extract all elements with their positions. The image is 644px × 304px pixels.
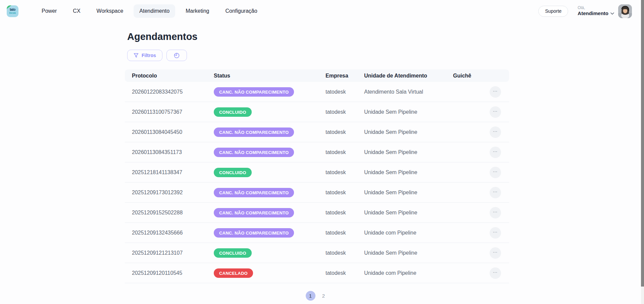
filters-button-label: Filtros bbox=[142, 53, 156, 58]
cell-protocolo: 20260122083342075 bbox=[132, 89, 214, 95]
row-actions-button[interactable]: ⋯ bbox=[490, 147, 501, 158]
cell-empresa: tatodesk bbox=[326, 190, 364, 196]
main-nav: Power CX Workspace Atendimento Marketing… bbox=[36, 4, 263, 18]
cell-unidade: Unidade Sem Pipeline bbox=[364, 149, 453, 155]
scrollbar-thumb[interactable] bbox=[641, 0, 644, 287]
col-header-unidade: Unidade de Atendimento bbox=[364, 73, 453, 79]
scrollbar-track[interactable] bbox=[641, 0, 644, 304]
cell-protocolo: 20260113100757367 bbox=[132, 109, 214, 115]
table-row[interactable]: 20260113084351173 CANC. NÃO COMPARECIMEN… bbox=[125, 142, 509, 162]
table-row[interactable]: 20251209121213107 CONCLUIDO tatodesk Uni… bbox=[125, 243, 509, 263]
topbar-right: Suporte Olá, Atendimento bbox=[538, 4, 632, 18]
status-badge: CANCELADO bbox=[214, 268, 253, 278]
row-actions-button[interactable]: ⋯ bbox=[490, 247, 501, 259]
table-row[interactable]: 20251209173012392 CANC. NÃO COMPARECIMEN… bbox=[125, 183, 509, 203]
status-badge: CANC. NÃO COMPARECIMENTO bbox=[214, 188, 294, 197]
cell-empresa: tatodesk bbox=[326, 129, 364, 135]
nav-item-cx[interactable]: CX bbox=[67, 4, 86, 18]
cell-empresa: tatodesk bbox=[326, 89, 364, 95]
logo-text-top: tato bbox=[10, 8, 15, 11]
cell-unidade: Unidade com Pipeline bbox=[364, 230, 453, 236]
topbar: tato Desk Power CX Workspace Atendimento… bbox=[0, 0, 644, 22]
filters-button[interactable]: Filtros bbox=[127, 50, 162, 61]
col-header-protocolo: Protocolo bbox=[132, 73, 214, 79]
row-actions-button[interactable]: ⋯ bbox=[490, 267, 501, 279]
pagination: 1 2 bbox=[125, 291, 509, 301]
cell-unidade: Unidade Sem Pipeline bbox=[364, 169, 453, 175]
cell-unidade: Unidade Sem Pipeline bbox=[364, 129, 453, 135]
nav-item-workspace[interactable]: Workspace bbox=[91, 4, 129, 18]
nav-item-atendimento[interactable]: Atendimento bbox=[134, 4, 175, 18]
status-badge: CANC. NÃO COMPARECIMENTO bbox=[214, 208, 294, 217]
cell-empresa: tatodesk bbox=[326, 109, 364, 115]
status-badge: CANC. NÃO COMPARECIMENTO bbox=[214, 228, 294, 238]
status-badge: CANC. NÃO COMPARECIMENTO bbox=[214, 87, 294, 97]
cell-unidade: Atendimento Sala Virtual bbox=[364, 89, 453, 95]
nav-item-power[interactable]: Power bbox=[36, 4, 62, 18]
cell-protocolo: 20251209152502288 bbox=[132, 210, 214, 216]
user-name: Atendimento bbox=[578, 10, 608, 17]
col-header-empresa: Empresa bbox=[326, 73, 364, 79]
table-body: 20260122083342075 CANC. NÃO COMPARECIMEN… bbox=[125, 82, 509, 283]
avatar[interactable] bbox=[618, 4, 632, 18]
table-row[interactable]: 20260113084045450 CANC. NÃO COMPARECIMEN… bbox=[125, 122, 509, 142]
cell-empresa: tatodesk bbox=[326, 210, 364, 216]
cell-unidade: Unidade com Pipeline bbox=[364, 270, 453, 276]
cell-empresa: tatodesk bbox=[326, 149, 364, 155]
table-header-row: Protocolo Status Empresa Unidade de Aten… bbox=[125, 69, 509, 82]
cell-unidade: Unidade Sem Pipeline bbox=[364, 190, 453, 196]
status-badge: CANC. NÃO COMPARECIMENTO bbox=[214, 128, 294, 137]
col-header-guiche: Guichê bbox=[453, 73, 481, 79]
avatar-photo bbox=[618, 4, 632, 18]
status-badge: CANC. NÃO COMPARECIMENTO bbox=[214, 148, 294, 157]
page-button-2[interactable]: 2 bbox=[319, 291, 329, 301]
funnel-icon bbox=[134, 53, 139, 58]
cell-empresa: tatodesk bbox=[326, 169, 364, 175]
table-row[interactable]: 20251209152502288 CANC. NÃO COMPARECIMEN… bbox=[125, 203, 509, 223]
table-row[interactable]: 20260113100757367 CONCLUIDO tatodesk Uni… bbox=[125, 102, 509, 122]
row-actions-button[interactable]: ⋯ bbox=[490, 187, 501, 198]
user-menu[interactable]: Olá, Atendimento bbox=[578, 4, 632, 18]
cell-protocolo: 20251209132435666 bbox=[132, 230, 214, 236]
row-actions-button[interactable]: ⋯ bbox=[490, 227, 501, 239]
row-actions-button[interactable]: ⋯ bbox=[490, 86, 501, 98]
report-button[interactable] bbox=[166, 50, 187, 61]
nav-item-configuracao[interactable]: Configuração bbox=[219, 4, 263, 18]
row-actions-button[interactable]: ⋯ bbox=[490, 106, 501, 118]
table-row[interactable]: 20260122083342075 CANC. NÃO COMPARECIMEN… bbox=[125, 82, 509, 102]
cell-protocolo: 20260113084351173 bbox=[132, 149, 214, 155]
cell-empresa: tatodesk bbox=[326, 250, 364, 256]
table-row[interactable]: 20251209132435666 CANC. NÃO COMPARECIMEN… bbox=[125, 223, 509, 243]
cell-unidade: Unidade Sem Pipeline bbox=[364, 109, 453, 115]
col-header-status: Status bbox=[214, 73, 326, 79]
page-title: Agendamentos bbox=[125, 31, 509, 42]
user-greeting: Olá, bbox=[578, 5, 614, 10]
nav-item-marketing[interactable]: Marketing bbox=[180, 4, 215, 18]
cell-unidade: Unidade Sem Pipeline bbox=[364, 210, 453, 216]
row-actions-button[interactable]: ⋯ bbox=[490, 167, 501, 178]
table-row[interactable]: 20251209120110545 CANCELADO tatodesk Uni… bbox=[125, 263, 509, 283]
status-badge: CONCLUIDO bbox=[214, 248, 252, 258]
cell-protocolo: 20251218141138347 bbox=[132, 169, 214, 175]
table-row[interactable]: 20251218141138347 CONCLUIDO tatodesk Uni… bbox=[125, 162, 509, 183]
cell-protocolo: 20260113084045450 bbox=[132, 129, 214, 135]
cell-protocolo: 20251209121213107 bbox=[132, 250, 214, 256]
status-badge: CONCLUIDO bbox=[214, 168, 252, 177]
cell-protocolo: 20251209173012392 bbox=[132, 190, 214, 196]
cell-empresa: tatodesk bbox=[326, 270, 364, 276]
row-actions-button[interactable]: ⋯ bbox=[490, 126, 501, 138]
user-text: Olá, Atendimento bbox=[578, 5, 614, 17]
toolbar: Filtros bbox=[125, 50, 509, 61]
page-button-1[interactable]: 1 bbox=[306, 291, 315, 301]
appointments-table: Protocolo Status Empresa Unidade de Aten… bbox=[125, 69, 509, 283]
cell-protocolo: 20251209120110545 bbox=[132, 270, 214, 276]
chevron-down-icon bbox=[610, 12, 614, 15]
tatodesk-logo[interactable]: tato Desk bbox=[7, 5, 18, 17]
row-actions-button[interactable]: ⋯ bbox=[490, 207, 501, 218]
status-badge: CONCLUIDO bbox=[214, 107, 252, 117]
cell-empresa: tatodesk bbox=[326, 230, 364, 236]
agendamentos-page: Agendamentos Filtros Protocolo Status Em… bbox=[125, 31, 509, 301]
support-button[interactable]: Suporte bbox=[538, 6, 568, 17]
cell-unidade: Unidade Sem Pipeline bbox=[364, 250, 453, 256]
logo-text-bottom: Desk bbox=[9, 11, 16, 14]
